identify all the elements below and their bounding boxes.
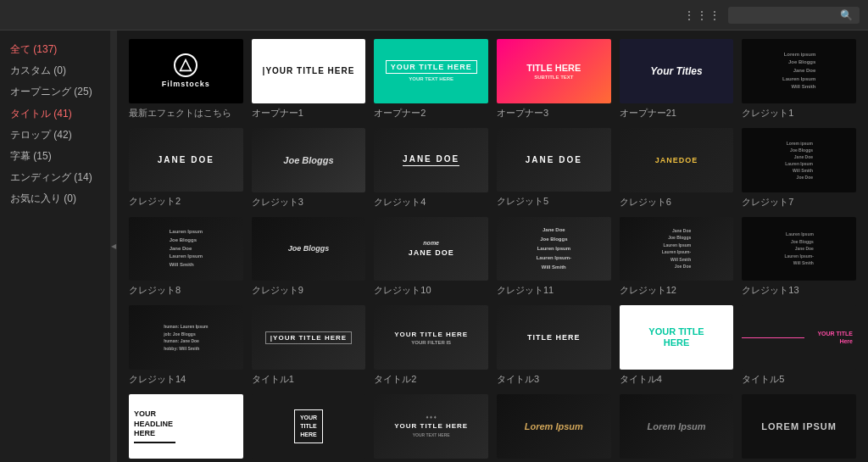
card-thumb-title26: Lorem Ipsum [497, 394, 611, 459]
card-credit7[interactable]: Lorem ipsumJoe BloggsJane DoeLauren Ipsu… [742, 128, 856, 209]
card-title5[interactable]: YOUR TITLEHereタイトル5 [742, 305, 856, 386]
card-thumb-opener3: TITLE HERE SUBTITLE TEXT [497, 39, 611, 103]
card-credit11[interactable]: Jane DoeJoe BloggsLauren IpsumLauren Ips… [497, 217, 611, 298]
card-title2[interactable]: YOUR TITLE HERE YOUR FILTER IS タイトル2 [374, 305, 488, 386]
main-layout: 全て (137)カスタム (0)オープニング (25)タイトル (41)テロップ… [0, 31, 868, 462]
card-thumb-title3: TITLE HERE [497, 305, 611, 370]
card-title4[interactable]: YOUR TITLEHEREタイトル4 [620, 305, 734, 386]
card-opener1[interactable]: |YOUR TITLE HEREオープナー1 [252, 39, 366, 120]
card-credit2[interactable]: JANE DOEクレジット2 [129, 128, 243, 209]
sidebar-item-subtitle[interactable]: 字幕 (15) [0, 146, 110, 167]
card-label-credit12: クレジット12 [620, 284, 734, 297]
card-thumb-credit12: Jane DoeJoe BloggsLauren IpsumLauren Ips… [620, 217, 734, 281]
sidebar-item-favorite[interactable]: お気に入り (0) [0, 188, 110, 209]
card-thumb-title4: YOUR TITLEHERE [620, 305, 734, 370]
card-label-credit7: クレジット7 [742, 196, 856, 209]
card-thumb-opener1: |YOUR TITLE HERE [252, 39, 366, 103]
sidebar-item-custom[interactable]: カスタム (0) [0, 60, 110, 81]
card-credit4[interactable]: JANE DOEクレジット4 [374, 128, 488, 209]
card-thumb-credit6: JANEDOE [620, 128, 734, 192]
card-label-opener1: オープナー1 [252, 107, 366, 120]
card-filmstocks[interactable]: Filmstocks 最新エフェクトはこちら [129, 39, 243, 120]
card-label-credit11: クレジット11 [497, 284, 611, 297]
card-label-credit9: クレジット9 [252, 284, 366, 297]
search-container: 🔍 [728, 7, 860, 24]
card-label-credit13: クレジット13 [742, 284, 856, 297]
card-credit9[interactable]: Joe Bloggsクレジット9 [252, 217, 366, 298]
card-thumb-credit13: Lauren IpsumJoe BloggsJane DoeLauren Ips… [742, 217, 856, 281]
card-label-credit4: クレジット4 [374, 196, 488, 209]
search-icon: 🔍 [840, 9, 853, 21]
card-thumb-title17: ♦ ♦ ♦ YOUR TITLE HERE YOUR TEXT HERE [374, 394, 488, 459]
card-label-credit3: クレジット3 [252, 196, 366, 209]
card-label-title3: タイトル3 [497, 373, 611, 386]
card-label-title4: タイトル4 [620, 373, 734, 386]
card-label-credit8: クレジット8 [129, 284, 243, 297]
card-credit14[interactable]: human: Lauren Ipsumjob: Joe Bloggshuman:… [129, 305, 243, 386]
card-grid: Filmstocks 最新エフェクトはこちら|YOUR TITLE HEREオー… [129, 39, 856, 462]
card-thumb-title1: |YOUR TITLE HERE [252, 305, 366, 370]
card-thumb-credit14: human: Lauren Ipsumjob: Joe Bloggshuman:… [129, 305, 243, 370]
card-thumb-credit1: Lorem ipsumJoe BloggsJane DoeLauren Ipsu… [742, 39, 856, 103]
card-thumb-credit4: JANE DOE [374, 128, 488, 192]
topbar: ⋮⋮⋮ 🔍 [0, 0, 868, 31]
card-label-opener2: オープナー2 [374, 107, 488, 120]
svg-marker-0 [181, 60, 192, 71]
card-label-opener3: オープナー3 [497, 107, 611, 120]
card-thumb-title5: YOUR TITLEHere [742, 305, 856, 370]
card-title6[interactable]: YOURHEADLINEHERE タイトル6 [129, 394, 243, 462]
card-credit13[interactable]: Lauren IpsumJoe BloggsJane DoeLauren Ips… [742, 217, 856, 298]
card-thumb-opener21: Your Titles [620, 39, 734, 103]
card-title1[interactable]: |YOUR TITLE HEREタイトル1 [252, 305, 366, 386]
card-opener2[interactable]: YOUR TITLE HERE YOUR TEXT HERE オープナー2 [374, 39, 488, 120]
card-thumb-title6: YOURHEADLINEHERE [129, 394, 243, 459]
card-credit5[interactable]: JANE DOEクレジット5 [497, 128, 611, 209]
card-title7[interactable]: YOURTITLEHERE タイトル7 [252, 394, 366, 462]
search-input[interactable] [735, 9, 837, 21]
card-label-credit14: クレジット14 [129, 373, 243, 386]
card-label-credit2: クレジット2 [129, 195, 243, 208]
card-thumb-credit5: JANE DOE [497, 128, 611, 192]
card-thumb-credit7: Lorem ipsumJoe BloggsJane DoeLauren Ipsu… [742, 128, 856, 192]
card-thumb-credit9: Joe Bloggs [252, 217, 366, 281]
card-thumb-title2: YOUR TITLE HERE YOUR FILTER IS [374, 305, 488, 370]
sidebar-item-all[interactable]: 全て (137) [0, 39, 110, 60]
card-label-title5: タイトル5 [742, 373, 856, 386]
card-thumb-title27: Lorem Ipsum [620, 394, 734, 459]
sidebar-item-telop[interactable]: テロップ (42) [0, 125, 110, 146]
card-thumb-credit2: JANE DOE [129, 128, 243, 192]
card-credit8[interactable]: Lauren IpsumJoe BloggsJane DoeLauren Ips… [129, 217, 243, 298]
card-label-opener21: オープナー21 [620, 107, 734, 120]
card-label-title2: タイトル2 [374, 373, 488, 386]
card-thumb-credit11: Jane DoeJoe BloggsLauren IpsumLauren Ips… [497, 217, 611, 281]
card-title3[interactable]: TITLE HEREタイトル3 [497, 305, 611, 386]
card-label-credit10: クレジット10 [374, 284, 488, 297]
card-credit10[interactable]: nome JANE DOE クレジット10 [374, 217, 488, 298]
card-thumb-credit10: nome JANE DOE [374, 217, 488, 281]
card-label-credit1: クレジット1 [742, 107, 856, 120]
card-label-title1: タイトル1 [252, 373, 366, 386]
sidebar-collapse-handle[interactable] [110, 31, 117, 462]
card-title27[interactable]: Lorem Ipsumタイトル27 [620, 394, 734, 462]
grid-view-icon[interactable]: ⋮⋮⋮ [683, 8, 721, 22]
card-credit3[interactable]: Joe Bloggsクレジット3 [252, 128, 366, 209]
card-title26[interactable]: Lorem Ipsumタイトル26 [497, 394, 611, 462]
card-thumb-opener2: YOUR TITLE HERE YOUR TEXT HERE [374, 39, 488, 103]
card-credit1[interactable]: Lorem ipsumJoe BloggsJane DoeLauren Ipsu… [742, 39, 856, 120]
card-opener3[interactable]: TITLE HERE SUBTITLE TEXT オープナー3 [497, 39, 611, 120]
sidebar-item-title[interactable]: タイトル (41) [0, 103, 110, 125]
card-thumb-credit3: Joe Bloggs [252, 128, 366, 192]
card-thumb-credit8: Lauren IpsumJoe BloggsJane DoeLauren Ips… [129, 217, 243, 281]
sidebar-item-ending[interactable]: エンディング (14) [0, 167, 110, 188]
card-thumb-title7: YOURTITLEHERE [252, 394, 366, 459]
card-thumb-title28: LOREM IPSUM [742, 394, 856, 459]
card-title28[interactable]: LOREM IPSUMタイトル28 [742, 394, 856, 462]
sidebar-item-opening[interactable]: オープニング (25) [0, 81, 110, 103]
card-opener21[interactable]: Your Titles オープナー21 [620, 39, 734, 120]
card-credit6[interactable]: JANEDOEクレジット6 [620, 128, 734, 209]
card-label-filmstocks: 最新エフェクトはこちら [129, 107, 243, 120]
card-thumb-filmstocks: Filmstocks [129, 39, 243, 103]
card-credit12[interactable]: Jane DoeJoe BloggsLauren IpsumLauren Ips… [620, 217, 734, 298]
card-label-credit5: クレジット5 [497, 195, 611, 208]
card-title17[interactable]: ♦ ♦ ♦ YOUR TITLE HERE YOUR TEXT HERE タイト… [374, 394, 488, 462]
